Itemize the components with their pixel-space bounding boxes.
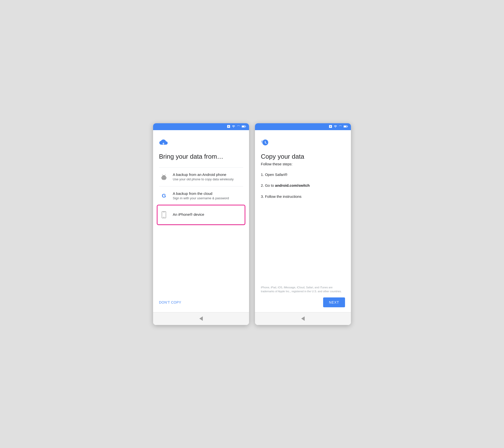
wifi-icon: [232, 125, 235, 129]
nav-bar-left: [153, 312, 249, 325]
back-button-left[interactable]: [199, 316, 203, 321]
cloud-option-text: A backup from the cloud Sign in with you…: [173, 191, 243, 200]
step-1-text: 1. Open Safari®: [261, 172, 288, 177]
left-phone: Bring your data from…: [153, 123, 249, 325]
step-1: 1. Open Safari®: [261, 172, 345, 178]
svg-line-11: [165, 174, 166, 175]
cloud-icon-wrap: [159, 138, 243, 148]
next-button-row: NEXT: [261, 297, 345, 307]
step-3-text: 3. Follow the instructions: [261, 194, 302, 198]
step-3: 3. Follow the instructions: [261, 194, 345, 199]
option-cloud[interactable]: G A backup from the cloud Sign in with y…: [159, 186, 243, 205]
clock-restore-icon: [261, 138, 270, 147]
cloud-option-subtitle: Sign in with your username & password: [173, 196, 243, 200]
iphone-device-icon: [161, 211, 167, 218]
signal-icon: [237, 125, 240, 129]
next-button[interactable]: NEXT: [323, 297, 345, 307]
svg-rect-9: [164, 179, 165, 180]
nfc-icon: [227, 125, 230, 129]
svg-rect-8: [163, 179, 164, 180]
nav-bar-right: [255, 312, 351, 325]
dont-copy-button[interactable]: DON'T COPY: [159, 297, 243, 307]
iphone-icon-wrap: [159, 210, 169, 220]
battery-icon-right: [343, 125, 348, 128]
svg-rect-1: [242, 126, 245, 127]
google-g-icon: G: [162, 193, 166, 199]
wifi-icon-right: [334, 125, 337, 129]
svg-rect-7: [166, 177, 166, 179]
signal-icon-right: [339, 125, 342, 129]
svg-rect-2: [245, 126, 246, 127]
svg-rect-6: [162, 177, 162, 179]
left-screen-content: Bring your data from…: [153, 130, 249, 312]
android-option-subtitle: Use your old phone to copy data wireless…: [173, 177, 243, 181]
android-robot-icon: [161, 173, 167, 180]
battery-icon: [242, 125, 246, 128]
clock-icon-wrap: [261, 138, 345, 148]
svg-rect-5: [162, 177, 166, 179]
option-list: A backup from an Android phone Use your …: [159, 167, 243, 224]
status-bar-right: [255, 123, 351, 130]
follow-steps-label: Follow these steps:: [261, 162, 345, 166]
svg-rect-17: [347, 126, 348, 127]
cloud-option-title: A backup from the cloud: [173, 191, 243, 196]
svg-rect-16: [344, 126, 346, 127]
iphone-option-text: An iPhone® device: [173, 212, 243, 217]
step-2: 2. Go to android.com/switch: [261, 183, 345, 188]
svg-rect-13: [163, 212, 165, 212]
right-main-content: Copy your data Follow these steps: 1. Op…: [255, 130, 351, 312]
svg-line-10: [162, 174, 163, 175]
option-android[interactable]: A backup from an Android phone Use your …: [159, 168, 243, 186]
right-screen-content: Copy your data Follow these steps: 1. Op…: [255, 130, 351, 312]
cloud-upload-icon: [159, 138, 168, 147]
nfc-icon-right: [329, 125, 332, 129]
android-icon-wrap: [159, 172, 169, 182]
option-iphone[interactable]: An iPhone® device: [158, 205, 245, 224]
left-main-content: Bring your data from…: [153, 130, 249, 312]
svg-point-14: [163, 217, 164, 217]
right-phone: Copy your data Follow these steps: 1. Op…: [255, 123, 351, 325]
step-2-text: 2. Go to android.com/switch: [261, 183, 310, 187]
google-g-icon-wrap: G: [159, 191, 169, 201]
page-title-left: Bring your data from…: [159, 153, 243, 161]
iphone-option-title: An iPhone® device: [173, 212, 243, 216]
back-button-right[interactable]: [301, 316, 305, 321]
android-option-title: A backup from an Android phone: [173, 172, 243, 177]
right-page-title: Copy your data: [261, 153, 345, 161]
steps-list: 1. Open Safari® 2. Go to android.com/swi…: [261, 172, 345, 199]
status-bar-left: [153, 123, 249, 130]
disclaimer-text: iPhone, iPad, iOS, iMessage, iCloud, Saf…: [261, 285, 345, 293]
android-option-text: A backup from an Android phone Use your …: [173, 172, 243, 181]
